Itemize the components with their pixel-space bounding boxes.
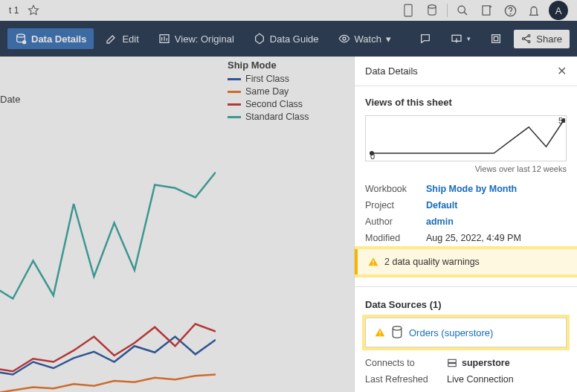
legend-swatch <box>228 78 241 80</box>
views-heading: Views of this sheet <box>365 97 567 108</box>
svg-rect-12 <box>494 36 498 40</box>
svg-rect-24 <box>448 364 457 367</box>
svg-point-7 <box>23 41 26 44</box>
data-details-panel: Data Details ✕ Views of this sheet 5 0 V… <box>354 57 577 392</box>
datasource-icon <box>391 326 403 339</box>
data-source-link[interactable]: Orders (superstore) <box>409 327 493 338</box>
data-source-item[interactable]: Orders (superstore) <box>365 318 567 347</box>
refreshed-value: Live Connection <box>447 374 514 385</box>
close-icon[interactable]: ✕ <box>557 64 567 78</box>
server-icon <box>447 358 457 368</box>
connects-value: superstore <box>462 358 510 368</box>
line-chart <box>0 153 216 392</box>
avatar[interactable]: A <box>549 1 568 20</box>
device-tablet-icon[interactable] <box>399 1 417 19</box>
svg-point-6 <box>17 34 25 37</box>
views-sparkline: 5 0 <box>365 115 567 161</box>
toolbar: Data Details Edit View: Original Data Gu… <box>0 21 577 57</box>
project-link[interactable]: Default <box>426 200 457 211</box>
download-button[interactable]: ▾ <box>443 28 478 49</box>
sheet-name: t 1 <box>9 5 19 16</box>
panel-title: Data Details <box>365 65 418 77</box>
workbook-link[interactable]: Ship Mode by Month <box>426 184 517 194</box>
edit-button[interactable]: Edit <box>98 28 146 49</box>
legend-item[interactable]: Same Day <box>228 86 309 97</box>
legend-swatch <box>228 116 241 118</box>
fullscreen-button[interactable] <box>483 28 509 49</box>
legend: Ship Mode First ClassSame DaySecond Clas… <box>228 60 309 124</box>
data-quality-warning[interactable]: 2 data quality warnings <box>355 249 577 274</box>
data-sources-heading: Data Sources (1) <box>365 299 567 310</box>
help-icon[interactable] <box>501 1 519 19</box>
views-caption: Views over last 12 weeks <box>365 164 567 173</box>
svg-rect-21 <box>379 335 380 335</box>
share-button[interactable]: Share <box>514 30 570 48</box>
chart-canvas[interactable]: Date Ship Mode First ClassSame DaySecond… <box>0 57 354 392</box>
svg-rect-23 <box>448 359 457 362</box>
comment-button[interactable] <box>412 28 439 49</box>
legend-swatch <box>228 103 241 106</box>
legend-title: Ship Mode <box>228 60 309 71</box>
data-details-tab[interactable]: Data Details <box>7 28 94 49</box>
legend-swatch <box>228 91 241 93</box>
svg-point-5 <box>510 13 511 14</box>
warning-icon <box>375 327 385 338</box>
legend-item[interactable]: Standard Class <box>228 112 309 122</box>
legend-item[interactable]: Second Class <box>228 99 309 109</box>
watch-button[interactable]: Watch ▾ <box>331 28 399 49</box>
svg-point-9 <box>343 37 346 40</box>
warning-icon <box>368 257 378 267</box>
search-icon[interactable] <box>454 1 471 19</box>
view-original-button[interactable]: View: Original <box>151 28 242 49</box>
axis-label: Date <box>0 94 20 105</box>
svg-rect-3 <box>482 6 489 15</box>
notifications-bell-icon[interactable] <box>525 1 543 19</box>
new-note-icon[interactable] <box>477 1 495 19</box>
chevron-down-icon: ▾ <box>386 33 391 45</box>
svg-rect-0 <box>404 4 412 16</box>
modified-value: Aug 25, 2022, 4:49 PM <box>426 233 521 243</box>
svg-rect-20 <box>379 331 380 334</box>
author-link[interactable]: admin <box>426 216 454 227</box>
legend-item[interactable]: First Class <box>228 74 309 84</box>
data-guide-button[interactable]: Data Guide <box>246 28 326 49</box>
chevron-down-icon: ▾ <box>467 35 471 42</box>
database-icon[interactable] <box>423 1 441 19</box>
svg-rect-18 <box>373 260 373 263</box>
svg-point-2 <box>458 6 465 13</box>
svg-rect-19 <box>373 264 373 265</box>
svg-point-1 <box>428 5 436 9</box>
favorite-star-icon[interactable] <box>25 1 42 19</box>
svg-point-22 <box>393 327 402 330</box>
svg-rect-11 <box>492 35 500 43</box>
